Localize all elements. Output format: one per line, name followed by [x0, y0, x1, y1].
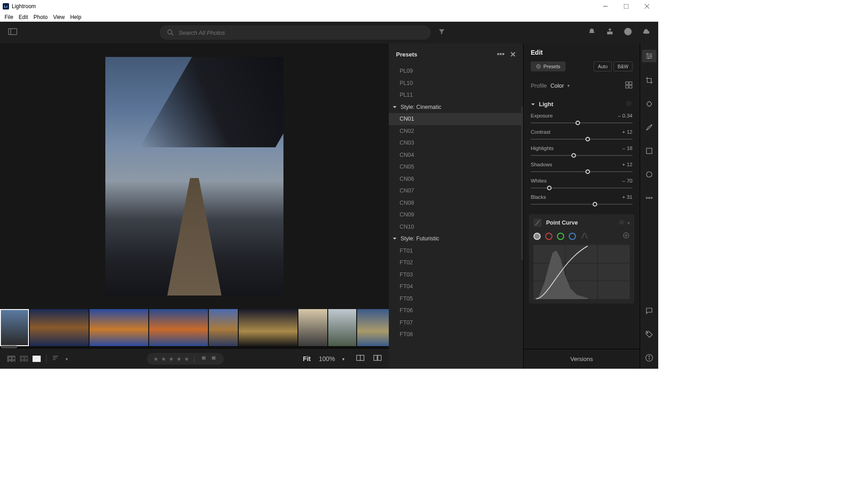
preset-item[interactable]: CN03 [389, 137, 523, 149]
notifications-icon[interactable] [588, 28, 596, 38]
help-icon[interactable]: ? [624, 28, 632, 38]
menu-view[interactable]: View [50, 13, 67, 21]
close-button[interactable] [637, 0, 657, 13]
filmstrip-thumb[interactable] [30, 309, 89, 346]
preset-item[interactable]: FT04 [389, 281, 523, 293]
maximize-button[interactable] [616, 0, 637, 13]
edit-tool-icon[interactable] [642, 50, 656, 62]
bw-button[interactable]: B&W [613, 61, 632, 71]
linear-gradient-icon[interactable] [644, 145, 655, 156]
preset-group-header[interactable]: Style: Cinematic [389, 101, 523, 113]
split-view-icon[interactable] [373, 355, 382, 363]
radial-gradient-icon[interactable] [644, 169, 655, 180]
curve-menu-icon[interactable]: ▾ [627, 221, 630, 225]
slider-whites[interactable]: Whites– 70 [524, 177, 640, 193]
sort-dropdown[interactable]: ▾ [66, 357, 68, 361]
preset-item[interactable]: CN02 [389, 125, 523, 137]
cloud-sync-icon[interactable] [642, 28, 650, 38]
filmstrip-scrollbar[interactable] [1, 346, 17, 348]
filmstrip-thumb[interactable] [209, 309, 238, 346]
fit-label[interactable]: Fit [303, 355, 311, 362]
slider-shadows[interactable]: Shadows+ 12 [524, 161, 640, 177]
filmstrip-thumb[interactable] [0, 309, 29, 346]
filmstrip-thumb[interactable] [357, 309, 389, 346]
single-view-icon[interactable] [33, 356, 41, 362]
filmstrip-thumb[interactable] [149, 309, 208, 346]
slider-highlights[interactable]: Highlights– 18 [524, 145, 640, 161]
flag-reject-icon[interactable] [211, 356, 217, 362]
profile-browser-icon[interactable] [625, 81, 632, 90]
curve-target-icon[interactable] [623, 232, 630, 241]
curve-channel-green[interactable] [557, 233, 564, 240]
preset-item[interactable]: CN07 [389, 185, 523, 197]
filmstrip-thumb[interactable] [298, 309, 327, 346]
filmstrip[interactable] [0, 309, 389, 349]
preset-item[interactable]: PL11 [389, 89, 523, 101]
filmstrip-thumb[interactable] [328, 309, 356, 346]
rating-stars[interactable]: ★★★★★ | [147, 353, 224, 365]
presets-more-icon[interactable]: ••• [497, 50, 505, 58]
preset-item[interactable]: CN08 [389, 197, 523, 209]
preset-item[interactable]: FT07 [389, 317, 523, 329]
more-tools-icon[interactable] [644, 192, 655, 203]
preset-item[interactable]: CN05 [389, 161, 523, 173]
minimize-button[interactable] [595, 0, 616, 13]
grid-view-icon[interactable] [7, 356, 15, 362]
photo-viewer[interactable] [0, 43, 389, 309]
comments-icon[interactable] [644, 305, 655, 316]
curve-visibility-icon[interactable] [618, 219, 625, 227]
presets-button[interactable]: Presets [531, 61, 566, 71]
crop-tool-icon[interactable] [644, 75, 655, 86]
slider-blacks[interactable]: Blacks+ 31 [524, 193, 640, 210]
menu-help[interactable]: Help [67, 13, 84, 21]
preset-item[interactable]: FT01 [389, 245, 523, 257]
auto-button[interactable]: Auto [594, 61, 612, 71]
versions-button[interactable]: Versions [524, 349, 640, 369]
zoom-value[interactable]: 100% [319, 355, 335, 362]
zoom-dropdown[interactable]: ▾ [342, 357, 344, 361]
preset-item[interactable]: PL10 [389, 77, 523, 89]
profile-value[interactable]: Color [550, 83, 564, 89]
sort-icon[interactable] [52, 355, 60, 363]
search-input[interactable] [179, 29, 424, 36]
preset-item[interactable]: CN04 [389, 149, 523, 161]
menu-file[interactable]: File [2, 13, 16, 21]
curve-channel-luma[interactable] [533, 233, 541, 240]
preset-item[interactable]: CN09 [389, 209, 523, 221]
flag-pick-icon[interactable] [201, 356, 208, 362]
filter-icon[interactable] [438, 28, 445, 37]
preset-group-header[interactable]: Style: Futuristic [389, 233, 523, 245]
keywords-icon[interactable] [644, 329, 655, 340]
light-section-header[interactable]: Light [524, 96, 640, 112]
preset-item[interactable]: PL09 [389, 65, 523, 77]
filmstrip-thumb[interactable] [239, 309, 297, 346]
presets-close-icon[interactable]: ✕ [510, 50, 516, 59]
info-icon[interactable] [644, 352, 655, 363]
brush-tool-icon[interactable] [644, 122, 655, 133]
before-after-icon[interactable] [356, 355, 364, 363]
light-visibility-icon[interactable] [625, 100, 632, 108]
curve-channel-red[interactable] [545, 233, 552, 240]
filmstrip-thumb[interactable] [90, 309, 148, 346]
preset-item[interactable]: FT02 [389, 257, 523, 269]
panels-toggle-icon[interactable] [8, 28, 17, 37]
curve-parametric-icon[interactable] [580, 231, 589, 241]
menu-photo[interactable]: Photo [31, 13, 50, 21]
share-icon[interactable] [606, 28, 614, 38]
edit-scrollbar[interactable] [521, 107, 523, 260]
preset-item[interactable]: FT06 [389, 305, 523, 317]
slider-exposure[interactable]: Exposure– 0.34 [524, 112, 640, 128]
compare-view-icon[interactable] [20, 356, 28, 362]
curve-tool-icon[interactable] [533, 219, 542, 227]
search-bar[interactable] [160, 25, 431, 40]
preset-item[interactable]: FT03 [389, 269, 523, 281]
healing-tool-icon[interactable] [644, 99, 655, 109]
slider-contrast[interactable]: Contrast+ 12 [524, 128, 640, 145]
profile-dropdown-icon[interactable]: ▾ [567, 83, 570, 88]
curve-graph[interactable] [533, 245, 630, 299]
menu-edit[interactable]: Edit [16, 13, 31, 21]
preset-item[interactable]: FT08 [389, 328, 523, 341]
preset-item[interactable]: CN01 [389, 113, 523, 125]
curve-channel-blue[interactable] [569, 233, 576, 240]
preset-item[interactable]: CN06 [389, 173, 523, 185]
